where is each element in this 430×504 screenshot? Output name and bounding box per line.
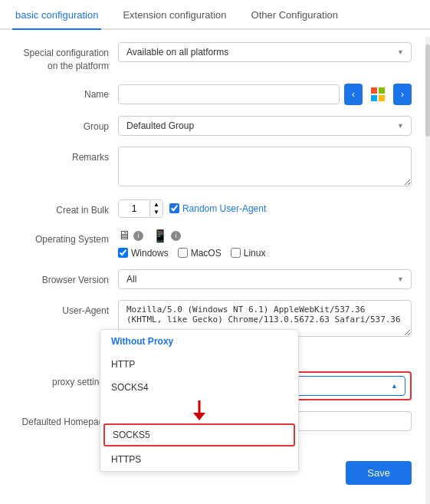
linux-check-label[interactable]: Linux — [231, 248, 266, 259]
tab-extension-configuration[interactable]: Extension configuration — [120, 0, 229, 30]
form-area: Special configuration on the platform Av… — [0, 30, 430, 497]
proxy-option-https[interactable]: HTTPS — [100, 448, 298, 471]
special-config-control: Available on all platforms — [118, 42, 412, 62]
browser-version-control: All — [118, 269, 412, 289]
name-input[interactable] — [118, 84, 340, 104]
macos-label: MacOS — [191, 248, 222, 259]
name-control: ‹ › — [118, 84, 412, 105]
random-user-agent-text: Random User-Agent — [182, 203, 266, 214]
random-user-agent-label[interactable]: Random User-Agent — [169, 203, 266, 214]
os-control: 🖥 i 📱 i Windows MacOS — [118, 229, 412, 259]
tab-bar: basic configuration Extension configurat… — [0, 0, 430, 30]
browser-version-row: Browser Version All — [18, 269, 412, 289]
linux-checkbox[interactable] — [231, 248, 241, 258]
name-input-group: ‹ › — [118, 84, 412, 105]
group-select-wrapper: Defaulted Group — [118, 116, 412, 136]
monitor-icon: 🖥 — [118, 229, 130, 242]
svg-marker-1 — [193, 413, 205, 420]
proxy-option-socks5[interactable]: SOCKS5 — [103, 423, 295, 446]
tablet-icon: 📱 — [153, 229, 168, 243]
stepper-arrows: ▲ ▼ — [149, 201, 162, 216]
special-config-select[interactable]: Available on all platforms — [118, 42, 412, 62]
name-next-button[interactable]: › — [393, 84, 412, 105]
remarks-control — [118, 147, 412, 189]
stepper-down[interactable]: ▼ — [150, 209, 162, 216]
windows-checkbox[interactable] — [118, 248, 128, 258]
group-label: Group — [18, 116, 118, 133]
os-label: Operating System — [18, 229, 118, 246]
stepper-up[interactable]: ▲ — [150, 201, 162, 209]
group-control: Defaulted Group — [118, 116, 412, 136]
user-agent-label: User-Agent — [18, 300, 118, 318]
os-icons-row: 🖥 i 📱 i — [118, 229, 412, 243]
name-row: Name ‹ › — [18, 84, 412, 105]
browser-version-select-wrapper: All — [118, 269, 412, 289]
bulk-row-inner: ▲ ▼ Random User-Agent — [118, 199, 412, 218]
arrow-indicator — [100, 400, 298, 422]
os-row: Operating System 🖥 i 📱 i Windows Mac — [18, 229, 412, 259]
tab-basic-configuration[interactable]: basic configuration — [12, 0, 101, 30]
proxy-option-without-proxy[interactable]: Without Proxy — [100, 330, 298, 353]
browser-version-select[interactable]: All — [118, 269, 412, 289]
creat-bulk-label: Creat in Bulk — [18, 199, 118, 217]
scrollbar[interactable] — [425, 37, 430, 504]
name-label: Name — [18, 84, 118, 101]
macos-check-label[interactable]: MacOS — [178, 248, 222, 259]
windows-label: Windows — [131, 248, 169, 259]
creat-bulk-control: ▲ ▼ Random User-Agent — [118, 199, 412, 218]
windows-icon — [367, 84, 389, 105]
group-select[interactable]: Defaulted Group — [118, 116, 412, 136]
creat-bulk-input[interactable] — [119, 200, 149, 217]
remarks-label: Remarks — [18, 147, 118, 164]
special-config-row: Special configuration on the platform Av… — [18, 42, 412, 73]
monitor-info-icon[interactable]: i — [133, 231, 143, 241]
proxy-option-http[interactable]: HTTP — [100, 353, 298, 376]
stepper: ▲ ▼ — [118, 199, 163, 218]
special-config-select-wrapper: Available on all platforms — [118, 42, 412, 62]
name-prev-button[interactable]: ‹ — [344, 84, 363, 105]
creat-bulk-row: Creat in Bulk ▲ ▼ Random User-Agent — [18, 199, 412, 218]
os-checkboxes: Windows MacOS Linux — [118, 248, 412, 259]
random-user-agent-checkbox[interactable] — [169, 203, 179, 213]
remarks-textarea[interactable] — [118, 147, 412, 186]
special-config-label: Special configuration on the platform — [18, 42, 118, 73]
group-row: Group Defaulted Group — [18, 116, 412, 136]
save-button[interactable]: Save — [346, 461, 412, 485]
proxy-option-socks4[interactable]: SOCKS4 — [100, 376, 298, 399]
linux-label: Linux — [244, 248, 266, 259]
tablet-info-icon[interactable]: i — [171, 231, 181, 241]
windows-check-label[interactable]: Windows — [118, 248, 169, 259]
browser-version-label: Browser Version — [18, 269, 118, 287]
scroll-thumb[interactable] — [425, 44, 430, 137]
tab-other-configuration[interactable]: Other Configuration — [248, 0, 341, 30]
remarks-row: Remarks — [18, 147, 412, 189]
os-col: 🖥 i 📱 i Windows MacOS — [118, 229, 412, 259]
proxy-dropdown: Without Proxy HTTP SOCKS4 SOCKS5 HTTPS — [100, 329, 299, 472]
macos-checkbox[interactable] — [178, 248, 188, 258]
